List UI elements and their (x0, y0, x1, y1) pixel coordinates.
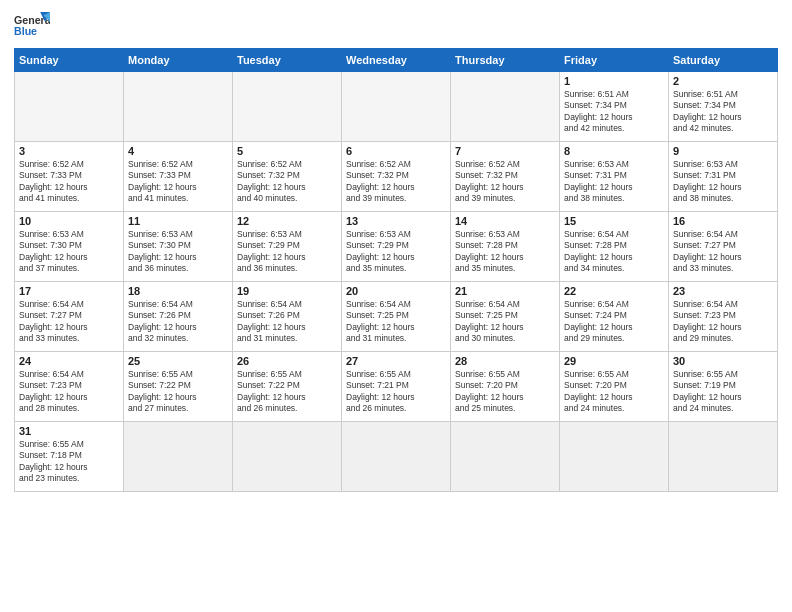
day-info: Sunrise: 6:55 AM Sunset: 7:18 PM Dayligh… (19, 439, 119, 485)
day-info: Sunrise: 6:52 AM Sunset: 7:33 PM Dayligh… (128, 159, 228, 205)
day-info: Sunrise: 6:53 AM Sunset: 7:30 PM Dayligh… (19, 229, 119, 275)
calendar-cell: 24Sunrise: 6:54 AM Sunset: 7:23 PM Dayli… (15, 352, 124, 422)
calendar-cell: 11Sunrise: 6:53 AM Sunset: 7:30 PM Dayli… (124, 212, 233, 282)
day-number: 3 (19, 145, 119, 157)
calendar-cell: 16Sunrise: 6:54 AM Sunset: 7:27 PM Dayli… (669, 212, 778, 282)
calendar-cell: 25Sunrise: 6:55 AM Sunset: 7:22 PM Dayli… (124, 352, 233, 422)
calendar-cell (451, 72, 560, 142)
day-number: 28 (455, 355, 555, 367)
weekday-header-row: SundayMondayTuesdayWednesdayThursdayFrid… (15, 49, 778, 72)
calendar-cell: 2Sunrise: 6:51 AM Sunset: 7:34 PM Daylig… (669, 72, 778, 142)
weekday-header-thursday: Thursday (451, 49, 560, 72)
day-info: Sunrise: 6:52 AM Sunset: 7:32 PM Dayligh… (237, 159, 337, 205)
calendar-cell: 10Sunrise: 6:53 AM Sunset: 7:30 PM Dayli… (15, 212, 124, 282)
day-number: 6 (346, 145, 446, 157)
weekday-header-tuesday: Tuesday (233, 49, 342, 72)
day-number: 4 (128, 145, 228, 157)
weekday-header-friday: Friday (560, 49, 669, 72)
day-number: 30 (673, 355, 773, 367)
day-number: 31 (19, 425, 119, 437)
calendar-cell (15, 72, 124, 142)
calendar-cell: 31Sunrise: 6:55 AM Sunset: 7:18 PM Dayli… (15, 422, 124, 492)
weekday-header-wednesday: Wednesday (342, 49, 451, 72)
day-number: 15 (564, 215, 664, 227)
calendar-cell: 3Sunrise: 6:52 AM Sunset: 7:33 PM Daylig… (15, 142, 124, 212)
day-number: 19 (237, 285, 337, 297)
calendar-cell: 21Sunrise: 6:54 AM Sunset: 7:25 PM Dayli… (451, 282, 560, 352)
day-info: Sunrise: 6:54 AM Sunset: 7:28 PM Dayligh… (564, 229, 664, 275)
calendar-cell: 26Sunrise: 6:55 AM Sunset: 7:22 PM Dayli… (233, 352, 342, 422)
calendar-cell: 20Sunrise: 6:54 AM Sunset: 7:25 PM Dayli… (342, 282, 451, 352)
day-info: Sunrise: 6:54 AM Sunset: 7:23 PM Dayligh… (673, 299, 773, 345)
day-number: 16 (673, 215, 773, 227)
day-info: Sunrise: 6:55 AM Sunset: 7:22 PM Dayligh… (237, 369, 337, 415)
day-number: 9 (673, 145, 773, 157)
day-number: 27 (346, 355, 446, 367)
day-number: 13 (346, 215, 446, 227)
day-number: 10 (19, 215, 119, 227)
calendar-week-5: 24Sunrise: 6:54 AM Sunset: 7:23 PM Dayli… (15, 352, 778, 422)
calendar-week-2: 3Sunrise: 6:52 AM Sunset: 7:33 PM Daylig… (15, 142, 778, 212)
day-info: Sunrise: 6:54 AM Sunset: 7:27 PM Dayligh… (19, 299, 119, 345)
day-info: Sunrise: 6:55 AM Sunset: 7:20 PM Dayligh… (564, 369, 664, 415)
calendar-cell: 7Sunrise: 6:52 AM Sunset: 7:32 PM Daylig… (451, 142, 560, 212)
day-number: 25 (128, 355, 228, 367)
day-number: 12 (237, 215, 337, 227)
svg-text:Blue: Blue (14, 25, 37, 37)
calendar-cell: 28Sunrise: 6:55 AM Sunset: 7:20 PM Dayli… (451, 352, 560, 422)
day-info: Sunrise: 6:52 AM Sunset: 7:33 PM Dayligh… (19, 159, 119, 205)
header: General Blue (14, 10, 778, 42)
day-info: Sunrise: 6:53 AM Sunset: 7:28 PM Dayligh… (455, 229, 555, 275)
day-info: Sunrise: 6:54 AM Sunset: 7:26 PM Dayligh… (237, 299, 337, 345)
day-info: Sunrise: 6:53 AM Sunset: 7:31 PM Dayligh… (564, 159, 664, 205)
day-info: Sunrise: 6:54 AM Sunset: 7:25 PM Dayligh… (346, 299, 446, 345)
calendar-cell: 15Sunrise: 6:54 AM Sunset: 7:28 PM Dayli… (560, 212, 669, 282)
day-number: 2 (673, 75, 773, 87)
calendar-cell: 13Sunrise: 6:53 AM Sunset: 7:29 PM Dayli… (342, 212, 451, 282)
logo: General Blue (14, 10, 50, 42)
day-number: 17 (19, 285, 119, 297)
day-info: Sunrise: 6:51 AM Sunset: 7:34 PM Dayligh… (673, 89, 773, 135)
day-info: Sunrise: 6:52 AM Sunset: 7:32 PM Dayligh… (455, 159, 555, 205)
day-info: Sunrise: 6:51 AM Sunset: 7:34 PM Dayligh… (564, 89, 664, 135)
day-info: Sunrise: 6:53 AM Sunset: 7:30 PM Dayligh… (128, 229, 228, 275)
day-info: Sunrise: 6:54 AM Sunset: 7:24 PM Dayligh… (564, 299, 664, 345)
weekday-header-saturday: Saturday (669, 49, 778, 72)
calendar-table: SundayMondayTuesdayWednesdayThursdayFrid… (14, 48, 778, 492)
calendar-cell (342, 72, 451, 142)
calendar-week-3: 10Sunrise: 6:53 AM Sunset: 7:30 PM Dayli… (15, 212, 778, 282)
day-number: 23 (673, 285, 773, 297)
calendar-cell: 27Sunrise: 6:55 AM Sunset: 7:21 PM Dayli… (342, 352, 451, 422)
day-number: 7 (455, 145, 555, 157)
day-number: 8 (564, 145, 664, 157)
calendar-cell (451, 422, 560, 492)
calendar-cell (124, 422, 233, 492)
day-info: Sunrise: 6:53 AM Sunset: 7:29 PM Dayligh… (346, 229, 446, 275)
day-number: 20 (346, 285, 446, 297)
day-info: Sunrise: 6:53 AM Sunset: 7:29 PM Dayligh… (237, 229, 337, 275)
page: General Blue SundayMondayTuesdayWednesda… (0, 0, 792, 612)
day-info: Sunrise: 6:55 AM Sunset: 7:22 PM Dayligh… (128, 369, 228, 415)
day-info: Sunrise: 6:54 AM Sunset: 7:23 PM Dayligh… (19, 369, 119, 415)
day-number: 5 (237, 145, 337, 157)
calendar-cell (233, 72, 342, 142)
day-number: 14 (455, 215, 555, 227)
calendar-week-4: 17Sunrise: 6:54 AM Sunset: 7:27 PM Dayli… (15, 282, 778, 352)
calendar-cell: 6Sunrise: 6:52 AM Sunset: 7:32 PM Daylig… (342, 142, 451, 212)
calendar-cell: 29Sunrise: 6:55 AM Sunset: 7:20 PM Dayli… (560, 352, 669, 422)
calendar-cell: 4Sunrise: 6:52 AM Sunset: 7:33 PM Daylig… (124, 142, 233, 212)
calendar-cell (669, 422, 778, 492)
calendar-week-6: 31Sunrise: 6:55 AM Sunset: 7:18 PM Dayli… (15, 422, 778, 492)
calendar-week-1: 1Sunrise: 6:51 AM Sunset: 7:34 PM Daylig… (15, 72, 778, 142)
day-number: 26 (237, 355, 337, 367)
calendar-cell: 18Sunrise: 6:54 AM Sunset: 7:26 PM Dayli… (124, 282, 233, 352)
day-number: 1 (564, 75, 664, 87)
day-number: 24 (19, 355, 119, 367)
calendar-cell: 23Sunrise: 6:54 AM Sunset: 7:23 PM Dayli… (669, 282, 778, 352)
day-number: 11 (128, 215, 228, 227)
calendar-cell: 1Sunrise: 6:51 AM Sunset: 7:34 PM Daylig… (560, 72, 669, 142)
weekday-header-sunday: Sunday (15, 49, 124, 72)
calendar-cell: 9Sunrise: 6:53 AM Sunset: 7:31 PM Daylig… (669, 142, 778, 212)
day-number: 22 (564, 285, 664, 297)
calendar-cell (342, 422, 451, 492)
